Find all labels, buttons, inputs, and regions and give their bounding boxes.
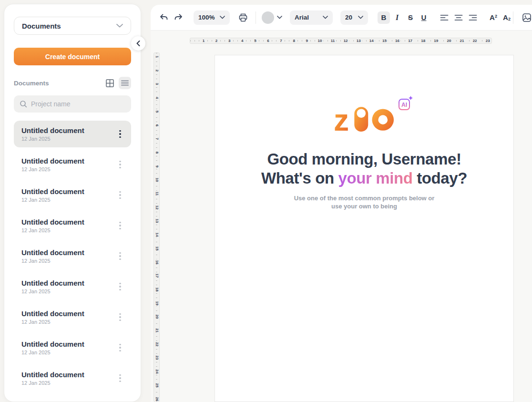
- ruler-number: 18: [155, 286, 159, 292]
- document-menu-button[interactable]: [116, 158, 124, 171]
- ruler-number: 10: [155, 177, 159, 183]
- document-menu-button[interactable]: [116, 189, 124, 201]
- document-list-item[interactable]: Untitled document 12 Jan 2025: [14, 304, 131, 330]
- document-list-item[interactable]: Untitled document 12 Jan 2025: [14, 273, 131, 300]
- document-menu-button[interactable]: [116, 250, 124, 262]
- svg-text:z: z: [333, 103, 348, 133]
- ruler-number: 18: [419, 39, 427, 43]
- underline-button[interactable]: U: [418, 11, 430, 24]
- search-box: [14, 95, 131, 113]
- align-left-button[interactable]: [438, 11, 451, 24]
- document-menu-button[interactable]: [116, 219, 124, 232]
- font-size-value: 20: [345, 14, 352, 21]
- document-date: 12 Jan 2025: [21, 227, 116, 233]
- redo-button[interactable]: [172, 11, 185, 24]
- ruler-number: 12: [342, 39, 349, 43]
- document-menu-button[interactable]: [116, 128, 124, 140]
- greeting-subtitle: Use one of the most common prompts below…: [294, 194, 435, 210]
- ruler-number: 25: [155, 382, 159, 388]
- insert-image-icon: [522, 13, 532, 22]
- document-list-item[interactable]: Untitled document 12 Jan 2025: [14, 365, 131, 392]
- align-center-button[interactable]: [452, 11, 465, 24]
- subscript-button[interactable]: A2: [501, 11, 513, 24]
- strikethrough-button[interactable]: S: [404, 11, 417, 24]
- list-view-button[interactable]: [119, 77, 131, 89]
- document-list-item[interactable]: Untitled document 12 Jan 2025: [14, 243, 131, 269]
- document-list-item[interactable]: Untitled document 12 Jan 2025: [14, 121, 131, 147]
- print-button[interactable]: [236, 11, 250, 24]
- document-list: Untitled document 12 Jan 2025 Untitled d…: [14, 121, 131, 392]
- ruler-number: 3: [227, 39, 232, 43]
- zoom-value: 100%: [198, 14, 215, 21]
- align-right-icon: [469, 14, 477, 21]
- document-list-item[interactable]: Untitled document 12 Jan 2025: [14, 212, 131, 239]
- ruler-horizontal: 1234567891011121314151617181920212223: [190, 38, 492, 44]
- ruler-number: 1: [201, 39, 206, 43]
- insert-image-button[interactable]: [520, 11, 532, 24]
- toolbar: 100% Arial 20 B I S U: [151, 5, 532, 31]
- document-menu-button[interactable]: [116, 341, 124, 354]
- document-page[interactable]: z AI: [215, 55, 514, 402]
- greeting-highlight: your mind: [338, 169, 413, 187]
- grid-icon: [106, 79, 114, 87]
- ruler-number: 17: [155, 273, 159, 279]
- ruler-number: 14: [368, 39, 375, 43]
- ruler-number: 13: [155, 218, 159, 224]
- document-menu-button[interactable]: [116, 311, 124, 323]
- document-title: Untitled document: [21, 279, 116, 287]
- document-list-item[interactable]: Untitled document 12 Jan 2025: [14, 182, 131, 208]
- ruler-number: 17: [407, 39, 414, 43]
- document-date: 12 Jan 2025: [21, 289, 116, 294]
- search-input[interactable]: [31, 100, 125, 108]
- workspace-selector[interactable]: Documents: [14, 17, 131, 35]
- ruler-vertical: 1234567891011121314151617181920212223242…: [153, 52, 160, 402]
- subtitle-line1: Use one of the most common prompts below…: [294, 195, 435, 202]
- document-list-item[interactable]: Untitled document 12 Jan 2025: [14, 334, 131, 361]
- text-color-picker[interactable]: [262, 11, 282, 24]
- create-document-button[interactable]: Create document: [14, 48, 131, 65]
- subtitle-line2: use your own to being: [331, 203, 397, 210]
- greeting-heading: Good morning, Username! What's on your m…: [261, 150, 467, 188]
- document-menu-button[interactable]: [116, 372, 124, 384]
- chevron-down-icon: [358, 16, 363, 19]
- document-date: 12 Jan 2025: [21, 319, 116, 325]
- chevron-down-icon: [116, 24, 123, 28]
- chevron-left-icon: [136, 41, 140, 46]
- ruler-number: 11: [155, 191, 159, 196]
- grid-view-button[interactable]: [103, 77, 116, 89]
- chevron-down-icon: [220, 16, 225, 19]
- italic-button[interactable]: I: [391, 11, 403, 24]
- document-title: Untitled document: [21, 248, 116, 257]
- ruler-number: 21: [155, 328, 159, 334]
- font-family-value: Arial: [295, 14, 309, 21]
- sidebar-collapse-button[interactable]: [131, 36, 145, 51]
- superscript-button[interactable]: A2: [487, 11, 500, 24]
- ruler-number: 2: [155, 68, 159, 72]
- ruler-number: 11: [329, 39, 336, 43]
- document-title: Untitled document: [21, 340, 116, 348]
- font-family-select[interactable]: Arial: [290, 10, 333, 25]
- ruler-number: 21: [459, 39, 466, 43]
- document-list-item[interactable]: Untitled document 12 Jan 2025: [14, 151, 131, 178]
- chevron-down-icon: [323, 16, 328, 19]
- ruler-ticks: [156, 53, 157, 402]
- bold-button[interactable]: B: [378, 11, 390, 24]
- ruler-number: 22: [155, 341, 159, 347]
- align-right-button[interactable]: [466, 11, 480, 24]
- list-icon: [121, 80, 129, 86]
- document-title: Untitled document: [21, 187, 116, 196]
- document-title: Untitled document: [21, 218, 116, 226]
- ruler-number: 10: [316, 39, 323, 43]
- ruler-number: 20: [155, 314, 159, 320]
- svg-text:AI: AI: [401, 102, 407, 108]
- app-logo: z AI: [332, 103, 397, 133]
- zoom-select[interactable]: 100%: [194, 10, 230, 25]
- chevron-down-icon: [277, 16, 282, 19]
- ruler-number: 7: [278, 39, 283, 43]
- document-menu-button[interactable]: [116, 280, 124, 293]
- font-size-select[interactable]: 20: [340, 10, 368, 25]
- sparkle-icon: [409, 96, 413, 100]
- search-icon: [20, 100, 27, 108]
- undo-button[interactable]: [157, 11, 171, 24]
- ruler-number: 24: [155, 369, 159, 375]
